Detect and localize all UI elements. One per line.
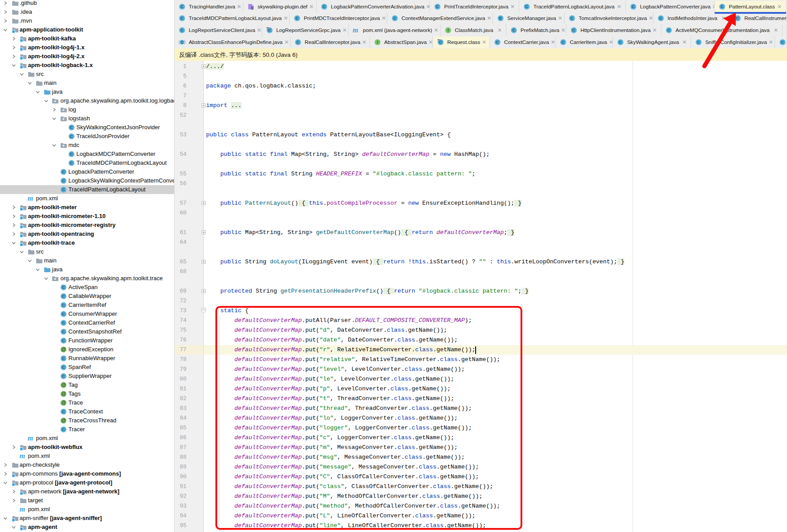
svg-text:C: C: [62, 320, 65, 325]
svg-text:C: C: [736, 16, 739, 20]
svg-text:C: C: [562, 40, 565, 44]
svg-text:C: C: [439, 40, 442, 44]
svg-text:C: C: [496, 40, 499, 44]
svg-text:C: C: [62, 311, 65, 316]
svg-text:m: m: [28, 195, 33, 202]
svg-text:m: m: [28, 435, 33, 442]
svg-text:@: @: [61, 391, 66, 396]
svg-text:C: C: [660, 16, 663, 20]
svg-text:@: @: [61, 417, 66, 423]
svg-text:C: C: [181, 28, 184, 32]
svg-text:E: E: [499, 16, 502, 20]
svg-text:C: C: [525, 4, 529, 9]
svg-text:I: I: [377, 40, 378, 44]
svg-text:C: C: [62, 329, 65, 334]
svg-text:C: C: [181, 16, 184, 20]
svg-text:m: m: [353, 27, 358, 34]
svg-text:C: C: [62, 178, 65, 183]
svg-text:@: @: [61, 382, 66, 387]
svg-text:C: C: [181, 4, 184, 9]
svg-text:C: C: [70, 125, 73, 130]
svg-text:C: C: [632, 4, 635, 9]
svg-text:@: @: [61, 346, 66, 352]
svg-text:m: m: [20, 506, 25, 513]
svg-text:C: C: [62, 294, 65, 298]
svg-text:C: C: [268, 28, 271, 32]
svg-text:C: C: [62, 338, 65, 343]
svg-text:C: C: [62, 373, 65, 378]
svg-text:C: C: [62, 409, 65, 414]
svg-text:C: C: [62, 169, 65, 174]
svg-text:C: C: [181, 40, 183, 44]
svg-text:m: m: [20, 453, 25, 460]
svg-text:C: C: [70, 160, 73, 165]
svg-text:C: C: [436, 4, 439, 9]
svg-text:C: C: [619, 40, 622, 44]
svg-text:C: C: [668, 28, 671, 32]
svg-text:C: C: [62, 356, 65, 361]
svg-text:C: C: [62, 285, 65, 290]
svg-text:@: @: [61, 400, 66, 405]
svg-text:C: C: [323, 4, 326, 9]
svg-text:C: C: [62, 427, 65, 432]
svg-text:C: C: [70, 151, 73, 156]
svg-text:C: C: [394, 16, 397, 20]
svg-text:C: C: [781, 40, 784, 44]
svg-text:C: C: [572, 28, 576, 32]
svg-text:I: I: [448, 28, 449, 32]
svg-text:C: C: [70, 134, 73, 139]
svg-text:C: C: [571, 16, 574, 20]
svg-text:C: C: [62, 365, 65, 369]
svg-text:C: C: [296, 16, 299, 20]
svg-text:C: C: [62, 187, 65, 192]
svg-text:C: C: [721, 4, 724, 9]
svg-text:C: C: [62, 302, 65, 307]
svg-text:C: C: [697, 40, 700, 44]
svg-text:C: C: [513, 28, 516, 32]
svg-text:C: C: [297, 40, 300, 44]
